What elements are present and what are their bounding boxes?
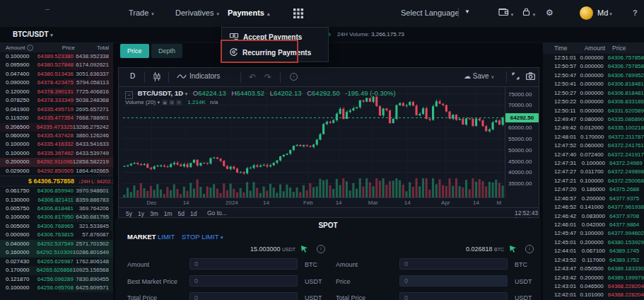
trade-row[interactable]: 12:50:270.00000064306.818481 [543,89,644,98]
bid-order-row[interactable]: 0.04000064292.5375492571.701502 [0,240,113,248]
spread-row[interactable]: $ 64306.757858 ↓24H L: 64202.13 [0,175,113,187]
ask-order-row[interactable]: 0.06000064335.4374283860.126246 [0,132,113,140]
language-dropdown-caret[interactable]: ▼ [464,8,470,15]
trade-row[interactable]: 12:46:520.14100064377.961938 [543,203,644,212]
info-icon[interactable]: i [317,245,325,253]
wallet-icon[interactable]: ▾ [498,7,513,18]
bid-order-row[interactable]: 0.17000064265.62686810925.156568 [0,266,113,275]
trade-row[interactable]: 12:45:010.20000064380.153929 [543,238,644,247]
range-button-3m[interactable]: 3m [150,210,158,217]
chart-legend[interactable]: – BTC/USDT, 1D ▾ O64224.13 H64403.52 L64… [125,89,396,99]
sell-total-input[interactable] [399,292,508,300]
tab-limit[interactable]: LIMIT [158,233,175,241]
ask-order-row[interactable]: 0.11920064335.4773547668.788901 [0,114,113,122]
trade-row[interactable]: 12:46:420.08300064377.9708 [543,212,644,221]
eye-icon[interactable]: ◉ [162,100,168,105]
trade-row[interactable]: 12:43:010.04650064368.228204 [543,282,644,291]
trade-row[interactable]: 12:44:010.06710064389.1745 [543,247,644,255]
trade-row[interactable]: 12:47:310.10000064372.24989 [543,159,644,168]
trade-row[interactable]: 12:46:010.04200064377.9864 [543,221,644,229]
bid-order-row[interactable]: 0.10000064306.8179506430.681795 [0,213,113,221]
bid-order-row[interactable]: 0.02743064265.6269871762.806148 [0,258,113,266]
time-axis[interactable]: Dec14202414Feb14Mar14Apr14M [119,197,505,208]
nav-payments[interactable]: Payments▴ [228,8,270,17]
info-icon[interactable]: i [525,245,534,253]
user-menu[interactable]: Md ▾ [597,8,612,17]
bid-order-row[interactable]: 0.16000064292.51030910286.801649 [0,248,113,257]
sell-amount-input[interactable] [399,258,508,270]
trade-row[interactable]: 12:50:220.00000064306.833186 [543,98,644,106]
trade-row[interactable]: 12:47:270.01170064372.249898 [543,168,644,176]
bid-order-row[interactable]: 0.00090064306.76381557.876087 [0,231,113,239]
trade-row[interactable]: 12:47:200.18600064375.2688 [543,185,644,194]
ask-order-row[interactable]: 0.12000064378.3901317725.406816 [0,88,113,96]
trade-row[interactable]: 12:47:400.07240064372.241917 [543,151,644,159]
trade-row[interactable]: 12:47:210.10000064372.250068 [543,177,644,185]
language-selector[interactable]: Select Language [401,8,459,17]
price-axis[interactable]: 75000.0070000.0060000.0055000.0050000.00… [505,87,539,197]
menu-item-accept-payments[interactable]: Accept Payments [222,29,328,46]
volume-legend[interactable]: Volume (20) ▾ ◉⚙✕ 1.214K n/a [125,99,218,105]
nav-derivatives[interactable]: Derivatives▾ [175,8,219,17]
settings-gear-icon[interactable]: ⚙ [546,8,554,18]
info-icon[interactable]: i [27,45,33,51]
save-layout-button[interactable]: ☁ Save ∨ [464,72,494,80]
range-button-1d[interactable]: 1d [190,210,197,217]
buy-balance-pointer-icon[interactable] [300,245,308,253]
buy-total-input[interactable] [189,292,298,300]
nav-trade[interactable]: Trade▾ [129,8,154,17]
trade-row[interactable]: 12:50:470.00000064306.789952 [543,71,644,80]
ask-order-row[interactable]: 0.09000064378.4234755794.058113 [0,79,113,87]
avatar[interactable] [580,6,593,20]
ask-order-row[interactable]: 0.10000064389.5233806438.952338 [0,52,113,61]
bid-order-row[interactable]: 0.13000064306.8214118359.886783 [0,196,113,204]
range-button-5d[interactable]: 5d [178,210,185,217]
orders-lock-icon[interactable]: ▾ [522,7,535,18]
tab-stop-limit[interactable]: STOP LIMIT ▾ [182,233,223,241]
range-button-1y[interactable]: 1y [138,210,144,217]
close-icon[interactable]: ✕ [176,100,182,105]
indicators-button[interactable]: Indicators [177,72,220,80]
interval-button[interactable]: D [130,72,135,80]
trade-row[interactable]: 12:50:110.00000064331.620589 [543,107,644,115]
fullscreen-icon[interactable] [512,72,520,81]
trade-row[interactable]: 12:43:470.05050064389.183330 [543,265,644,273]
ask-order-row[interactable]: 0.10000064335.4163326433.541633 [0,140,113,149]
ask-order-row[interactable]: 0.09590064380.5278486174.092621 [0,61,113,69]
candle-style-icon[interactable] [153,72,161,83]
buy-amount-input[interactable] [189,258,298,270]
collapse-legend-icon[interactable]: – [125,91,133,99]
trade-row[interactable]: 12:45:470.10000064377.994602 [543,229,644,238]
buy-price-input[interactable] [189,275,298,287]
tab-depth-view[interactable]: Depth [151,44,182,58]
trade-row[interactable]: 12:49:420.01200064335.100218 [543,124,644,132]
tab-price-view[interactable]: Price [120,44,149,58]
ask-order-row[interactable]: 0.04190064335.4957192695.657271 [0,105,113,114]
trade-row[interactable]: 12:50:570.00000064306.757858 [543,62,644,71]
menu-item-recurring-payments[interactable]: Recurring Payments [222,45,328,62]
gear-icon[interactable]: ⚙ [169,100,175,105]
trade-row[interactable]: 12:43:420.20000064389.199979 [543,274,644,282]
sell-balance-pointer-icon[interactable] [509,245,517,253]
ask-order-row[interactable]: 0.20650064335.47332513286.275242 [0,123,113,132]
trade-row[interactable]: 12:49:470.08000064335.086890 [543,115,644,124]
logo-placeholder[interactable]: – [45,4,49,13]
bid-order-row[interactable]: 0.10000064256.0957086425.609571 [0,284,113,292]
trade-row[interactable]: 12:42:010.10100064368.228204 [543,291,644,299]
bid-order-row[interactable]: 0.06175064306.8599403970.948601 [0,187,113,195]
help-icon[interactable]: ? [633,8,638,17]
trade-row[interactable]: 12:48:010.17000064372.211787 [543,133,644,142]
redo-icon[interactable]: ↷ [264,72,271,82]
trade-row[interactable]: 12:51:010.00000064306.757858 [543,54,644,62]
ask-order-row[interactable]: 0.10000064335.3974926433.539749 [0,149,113,158]
ask-order-row[interactable]: 0.04740064380.5134363051.636337 [0,70,113,79]
goto-button[interactable]: Go to... [207,209,227,217]
ask-order-row[interactable]: 0.07825064378.3333495038.248368 [0,96,113,105]
ask-order-row[interactable]: 0.20000064292.91109612858.582219 [0,158,113,166]
ask-order-row[interactable]: 0.02900064292.8505051864.492665 [0,167,113,175]
screenshot-camera-icon[interactable] [526,72,535,81]
bid-order-row[interactable]: 0.00500064306.768965321.533845 [0,222,113,231]
trade-row[interactable]: 12:47:520.06000064372.241761 [543,142,644,150]
bid-order-row[interactable]: 0.00575064306.818481369.764206 [0,204,113,213]
trade-row[interactable]: 12:46:570.20000064377.9375 [543,195,644,203]
